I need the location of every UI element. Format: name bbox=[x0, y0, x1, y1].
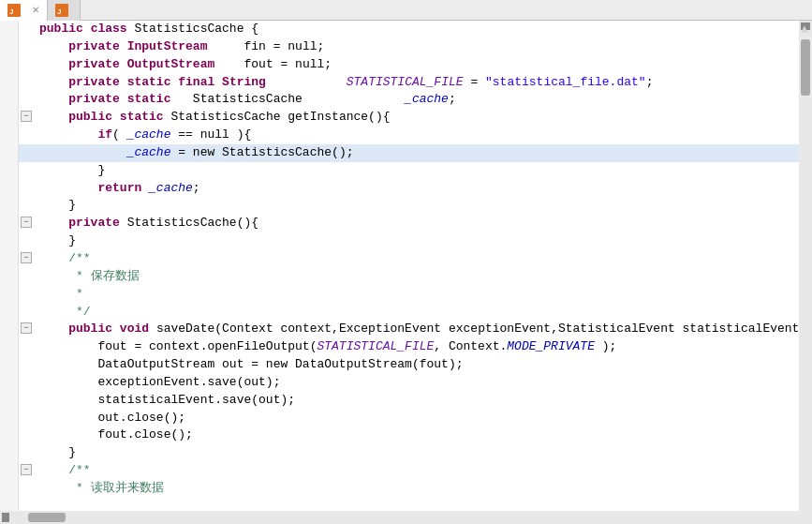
code-table: public class StatisticsCache { private I… bbox=[19, 21, 799, 498]
h-scrollbar-thumb[interactable] bbox=[28, 513, 66, 522]
fold-cell-26 bbox=[19, 356, 34, 374]
code-line-18: } bbox=[34, 232, 799, 250]
scroll-arrow-up[interactable]: ▲ bbox=[801, 22, 810, 30]
fold-cell-3 bbox=[19, 56, 34, 74]
fold-cell-30 bbox=[19, 427, 34, 444]
code-line-21: * 保存数据 bbox=[34, 268, 799, 286]
code-line-26: DataOutputStream out = new DataOutputStr… bbox=[34, 356, 799, 374]
fold-cell-0 bbox=[19, 21, 34, 38]
fold-cell-5 bbox=[19, 74, 34, 92]
fold-cell-25 bbox=[19, 338, 34, 356]
code-line-25: fout = context.openFileOutput(STATISTICA… bbox=[34, 338, 799, 356]
fold-cell-18 bbox=[19, 232, 34, 250]
code-line-14: } bbox=[34, 197, 799, 215]
vertical-scrollbar[interactable]: ▲ bbox=[799, 21, 812, 511]
java-file-icon-2: J bbox=[55, 4, 68, 17]
fold-cell-16[interactable]: − bbox=[19, 215, 34, 232]
fold-cell-22 bbox=[19, 286, 34, 304]
fold-cell-23 bbox=[19, 304, 34, 322]
code-line-28: statisticalEvent.save(out); bbox=[34, 392, 799, 410]
fold-cell-28 bbox=[19, 392, 34, 410]
code-line-13: return _cache; bbox=[34, 180, 799, 198]
code-line-3: private OutputStream fout = null; bbox=[34, 56, 799, 74]
code-line-20: /** bbox=[34, 250, 799, 268]
scrollbar-thumb[interactable] bbox=[801, 39, 810, 96]
fold-cell-14 bbox=[19, 197, 34, 215]
fold-cell-2 bbox=[19, 38, 34, 56]
code-line-11: _cache = new StatisticsCache(); bbox=[34, 144, 799, 162]
code-line-7: private static StatisticsCache _cache; bbox=[34, 91, 799, 109]
fold-cell-31 bbox=[19, 444, 34, 462]
code-area[interactable]: public class StatisticsCache { private I… bbox=[19, 21, 799, 511]
code-line-2: private InputStream fin = null; bbox=[34, 38, 799, 56]
code-line-33: * 读取并来数据 bbox=[34, 480, 799, 498]
fold-cell-21 bbox=[19, 268, 34, 286]
fold-gutter bbox=[0, 21, 19, 511]
fold-cell-9[interactable]: − bbox=[19, 109, 34, 127]
code-line-30: fout.close(); bbox=[34, 427, 799, 444]
fold-cell-12 bbox=[19, 162, 34, 180]
code-line-23: */ bbox=[34, 304, 799, 322]
svg-text:J: J bbox=[57, 7, 61, 16]
tab-bar: J ✕ J bbox=[0, 0, 812, 21]
tab-close-1[interactable]: ✕ bbox=[32, 5, 39, 15]
fold-cell-7 bbox=[19, 91, 34, 109]
fold-cell-27 bbox=[19, 374, 34, 392]
fold-cell-20[interactable]: − bbox=[19, 250, 34, 268]
scroll-arrow-left[interactable] bbox=[2, 513, 9, 522]
fold-cell-24[interactable]: − bbox=[19, 321, 34, 338]
fold-cell-11 bbox=[19, 144, 34, 162]
code-line-22: * bbox=[34, 286, 799, 304]
code-line-16: private StatisticsCache(){ bbox=[34, 215, 799, 232]
svg-text:J: J bbox=[9, 7, 13, 16]
editor-window: J ✕ J public class StatisticsCache { pri… bbox=[0, 0, 812, 524]
code-line-31: } bbox=[34, 444, 799, 462]
fold-cell-29 bbox=[19, 410, 34, 427]
tab-statistics-cache[interactable]: J ✕ bbox=[0, 0, 48, 21]
code-line-32: /** bbox=[34, 462, 799, 480]
code-line-24: public void saveDate(Context context,Exc… bbox=[34, 321, 799, 338]
code-line-12: } bbox=[34, 162, 799, 180]
java-file-icon: J bbox=[7, 4, 21, 17]
code-line-10: if( _cache == null ){ bbox=[34, 127, 799, 144]
code-line-27: exceptionEvent.save(out); bbox=[34, 374, 799, 392]
fold-cell-33 bbox=[19, 480, 34, 498]
fold-cell-32[interactable]: − bbox=[19, 462, 34, 480]
horizontal-scrollbar[interactable] bbox=[0, 511, 812, 524]
code-line-9: public static StatisticsCache getInstanc… bbox=[34, 109, 799, 127]
fold-cell-13 bbox=[19, 180, 34, 198]
code-line-0: public class StatisticsCache { bbox=[34, 21, 799, 38]
fold-cell-10 bbox=[19, 127, 34, 144]
editor-body: public class StatisticsCache { private I… bbox=[0, 21, 812, 511]
code-line-29: out.close(); bbox=[34, 410, 799, 427]
code-line-5: private static final String STATISTICAL_… bbox=[34, 74, 799, 92]
tab-statistics-define[interactable]: J bbox=[48, 0, 81, 21]
